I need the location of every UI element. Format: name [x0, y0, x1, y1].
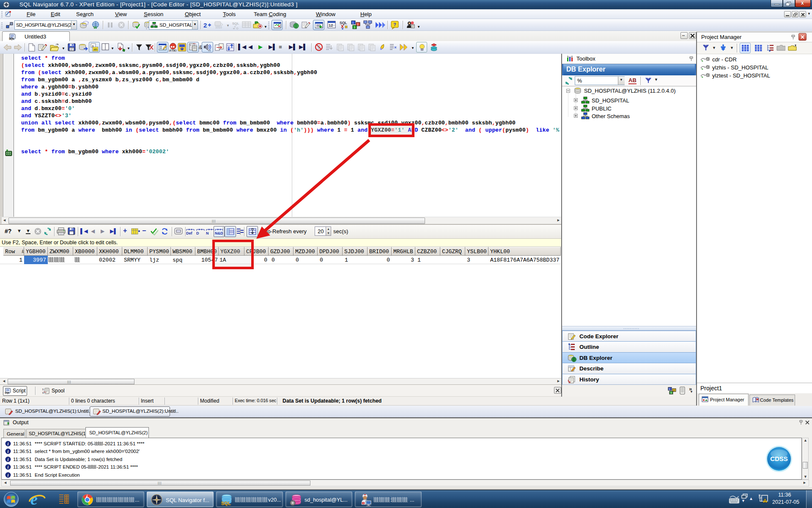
svg-text:?: ?: [393, 22, 396, 27]
svg-text:SQL: SQL: [232, 22, 239, 25]
svg-text:i: i: [8, 442, 9, 446]
svg-text:01: 01: [208, 49, 211, 51]
svg-text:i: i: [8, 465, 9, 469]
svg-text:2: 2: [203, 22, 207, 29]
svg-text:e: e: [30, 491, 38, 508]
svg-text:C: C: [757, 398, 758, 401]
svg-text:ab: ab: [93, 47, 97, 51]
svg-text:SQL: SQL: [221, 501, 231, 506]
svg-text:#?X!: #?X!: [169, 49, 176, 52]
svg-text:CDSS: CDSS: [770, 455, 788, 462]
svg-text:3: 3: [354, 26, 355, 29]
svg-text:SQL: SQL: [9, 37, 14, 40]
svg-text:SQL: SQL: [340, 21, 347, 25]
svg-text:i: i: [8, 473, 9, 478]
svg-text:W: W: [93, 25, 97, 29]
svg-text:2: 2: [357, 23, 359, 26]
svg-text:1010: 1010: [215, 26, 222, 29]
svg-text:SQL: SQL: [5, 392, 10, 394]
svg-text:1: 1: [352, 21, 354, 24]
svg-text:●●: ●●: [170, 44, 175, 49]
svg-text:i: i: [8, 457, 9, 462]
svg-text:5: 5: [42, 388, 44, 391]
svg-text:i: i: [8, 449, 9, 454]
